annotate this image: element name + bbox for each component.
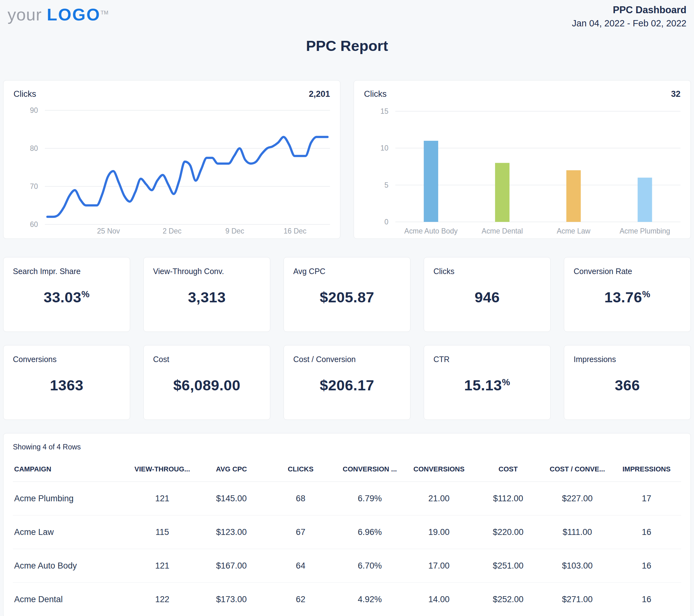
y-axis-tick-label: 70 bbox=[30, 182, 38, 191]
x-axis-tick-label: 25 Nov bbox=[97, 227, 120, 235]
kpi-label: Conversions bbox=[13, 355, 121, 364]
kpi-row-1: Search Impr. Share33.03%View-Through Con… bbox=[3, 257, 691, 332]
chart-title: Clicks bbox=[364, 89, 387, 99]
kpi-label: Conversion Rate bbox=[573, 267, 681, 276]
table-cell: 16 bbox=[612, 583, 681, 616]
x-axis-tick-label: 16 Dec bbox=[284, 227, 307, 235]
column-header: COST / CONVE... bbox=[543, 465, 612, 482]
kpi-card: Clicks946 bbox=[424, 257, 551, 332]
line-series bbox=[48, 137, 328, 217]
column-header: IMPRESSIONS bbox=[612, 465, 681, 482]
kpi-label: Avg CPC bbox=[293, 267, 401, 276]
kpi-value-suffix: % bbox=[642, 289, 650, 299]
trademark-symbol: TM bbox=[101, 10, 108, 16]
kpi-value-number: $206.17 bbox=[319, 377, 374, 394]
table-cell: 62 bbox=[266, 583, 335, 616]
table-cell: 17 bbox=[612, 482, 681, 515]
kpi-value: 946 bbox=[424, 289, 550, 306]
chart-total-value: 32 bbox=[671, 89, 680, 99]
x-axis-tick-label: 2 Dec bbox=[163, 227, 181, 235]
clicks-line-chart-card: Clicks 2,201 6070809025 Nov2 Dec9 Dec16 … bbox=[3, 80, 341, 239]
table-row: Acme Auto Body121$167.00646.70%17.00$251… bbox=[13, 549, 681, 583]
kpi-value: $205.87 bbox=[284, 289, 410, 306]
chart-header: Clicks 32 bbox=[364, 89, 680, 99]
kpi-value-number: $6,089.00 bbox=[173, 377, 240, 394]
kpi-value-number: 1363 bbox=[50, 377, 84, 394]
table-cell: 67 bbox=[266, 515, 335, 549]
header: your LOGOTM PPC Dashboard Jan 04, 2022 -… bbox=[0, 0, 694, 35]
campaign-cell: Acme Dental bbox=[13, 583, 128, 616]
kpi-value-number: 366 bbox=[615, 377, 640, 394]
table-cell: 17.00 bbox=[404, 549, 474, 583]
table-cell: $220.00 bbox=[474, 515, 543, 549]
kpi-value: 366 bbox=[564, 377, 691, 394]
dashboard-title: PPC Dashboard bbox=[572, 4, 687, 16]
kpi-card: Cost / Conversion$206.17 bbox=[284, 345, 410, 420]
bar bbox=[566, 170, 581, 222]
kpi-value: 33.03% bbox=[3, 289, 130, 306]
bar-category-label: Acme Dental bbox=[481, 227, 523, 235]
y-axis-tick-label: 5 bbox=[384, 181, 388, 189]
kpi-label: CTR bbox=[434, 355, 541, 364]
kpi-value: 15.13% bbox=[424, 377, 550, 394]
campaign-cell: Acme Auto Body bbox=[13, 549, 128, 583]
table-cell: $227.00 bbox=[543, 482, 612, 515]
table-row: Acme Dental122$173.00624.92%14.00$252.00… bbox=[13, 583, 681, 616]
y-axis-tick-label: 10 bbox=[380, 144, 388, 152]
column-header: AVG CPC bbox=[197, 465, 266, 482]
chart-total-value: 2,201 bbox=[309, 89, 330, 99]
kpi-card: View-Through Conv.3,313 bbox=[143, 257, 270, 332]
kpi-label: View-Through Conv. bbox=[153, 267, 260, 276]
table-cell: 19.00 bbox=[404, 515, 474, 549]
kpi-value: $6,089.00 bbox=[144, 377, 270, 394]
kpi-label: Impressions bbox=[573, 355, 681, 364]
table-cell: 16 bbox=[612, 515, 681, 549]
kpi-label: Search Impr. Share bbox=[13, 267, 121, 276]
table-cell: 6.70% bbox=[335, 549, 404, 583]
page-title: PPC Report bbox=[0, 38, 694, 54]
kpi-card: Conversion Rate13.76% bbox=[564, 257, 691, 332]
column-header: CONVERSIONS bbox=[404, 465, 474, 482]
kpi-value: 1363 bbox=[3, 377, 130, 394]
kpi-card: CTR15.13% bbox=[424, 345, 551, 420]
table-cell: 16 bbox=[612, 549, 681, 583]
line-chart-svg: 6070809025 Nov2 Dec9 Dec16 Dec bbox=[14, 100, 330, 235]
campaign-cell: Acme Plumbing bbox=[13, 482, 128, 515]
table-cell: 115 bbox=[128, 515, 197, 549]
kpi-card: Conversions1363 bbox=[3, 345, 130, 420]
kpi-card: Impressions366 bbox=[564, 345, 691, 420]
table-cell: 21.00 bbox=[404, 482, 474, 515]
table-cell: $103.00 bbox=[543, 549, 612, 583]
column-header: CAMPAIGN bbox=[13, 465, 128, 482]
kpi-value-number: 15.13 bbox=[464, 377, 502, 394]
bar-category-label: Acme Plumbing bbox=[620, 227, 670, 235]
table-cell: 121 bbox=[128, 482, 197, 515]
company-logo: your LOGOTM bbox=[7, 3, 108, 24]
kpi-value-number: 13.76 bbox=[604, 289, 642, 306]
table-row: Acme Law115$123.00676.96%19.00$220.00$11… bbox=[13, 515, 681, 549]
kpi-value-number: 3,313 bbox=[188, 289, 226, 306]
y-axis-tick-label: 0 bbox=[384, 218, 388, 226]
x-axis-tick-label: 9 Dec bbox=[225, 227, 244, 235]
table-cell: $173.00 bbox=[197, 583, 266, 616]
kpi-value: $206.17 bbox=[284, 377, 410, 394]
bar-chart-svg: 051015Acme Auto BodyAcme DentalAcme LawA… bbox=[364, 100, 680, 235]
column-header: COST bbox=[474, 465, 543, 482]
kpi-card: Avg CPC$205.87 bbox=[284, 257, 410, 332]
column-header: VIEW-THROUG... bbox=[128, 465, 197, 482]
logo-mark-text: LOGO bbox=[47, 5, 101, 24]
logo-your-text: your bbox=[7, 5, 42, 24]
y-axis-tick-label: 90 bbox=[30, 106, 38, 114]
kpi-value-suffix: % bbox=[502, 377, 510, 387]
table-cell: 4.92% bbox=[335, 583, 404, 616]
table-header-row: CAMPAIGNVIEW-THROUG...AVG CPCCLICKSCONVE… bbox=[13, 465, 681, 482]
table-cell: 68 bbox=[266, 482, 335, 515]
kpi-value-number: 946 bbox=[475, 289, 500, 306]
column-header: CLICKS bbox=[266, 465, 335, 482]
table-cell: $167.00 bbox=[197, 549, 266, 583]
table-row: Acme Plumbing121$145.00686.79%21.00$112.… bbox=[13, 482, 681, 515]
kpi-card: Search Impr. Share33.03% bbox=[3, 257, 130, 332]
kpi-label: Cost / Conversion bbox=[293, 355, 401, 364]
table-cell: 6.79% bbox=[335, 482, 404, 515]
campaign-table: CAMPAIGNVIEW-THROUG...AVG CPCCLICKSCONVE… bbox=[13, 465, 681, 616]
